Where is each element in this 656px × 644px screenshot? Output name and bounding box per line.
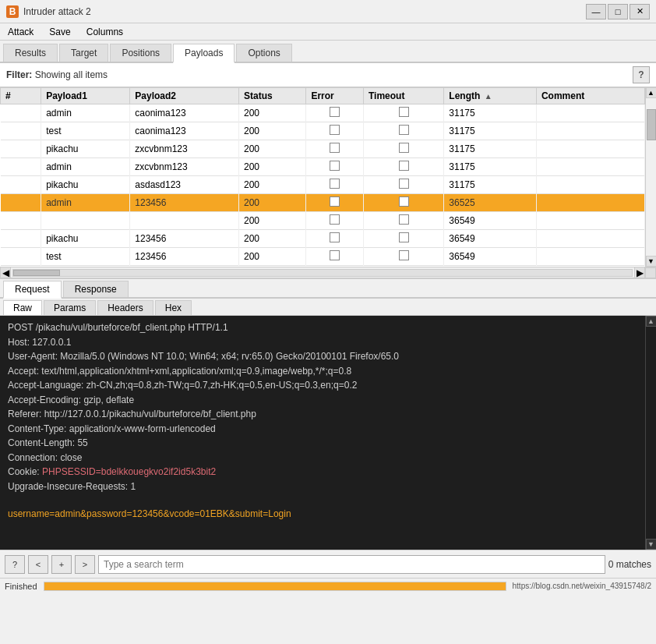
minimize-button[interactable]: — <box>586 4 606 19</box>
cell-num <box>1 140 41 158</box>
checkbox[interactable] <box>330 161 340 171</box>
checkbox[interactable] <box>330 214 340 225</box>
table-row[interactable]: test12345620036549 <box>1 248 645 266</box>
cell-error[interactable] <box>306 230 364 248</box>
cell-num <box>1 122 41 140</box>
h-scroll-thumb[interactable] <box>13 270 60 276</box>
tab-results[interactable]: Results <box>3 44 58 62</box>
cell-error[interactable] <box>306 212 364 230</box>
scroll-up-btn[interactable]: ▲ <box>646 87 657 98</box>
checkbox[interactable] <box>399 232 409 242</box>
vertical-scrollbar[interactable]: ▲ ▼ <box>645 87 656 267</box>
cell-error[interactable] <box>306 104 364 122</box>
cell-status: 200 <box>239 194 306 212</box>
tab-payloads[interactable]: Payloads <box>173 44 235 63</box>
cell-length: 36549 <box>444 212 537 230</box>
cell-error[interactable] <box>306 158 364 176</box>
table-row[interactable]: 20036549 <box>1 212 645 230</box>
add-button[interactable]: + <box>51 555 72 574</box>
cell-timeout[interactable] <box>363 212 443 230</box>
menu-attack[interactable]: Attack <box>3 25 38 39</box>
table-row[interactable]: pikachuzxcvbnm12320031175 <box>1 140 645 158</box>
search-input[interactable] <box>98 555 605 574</box>
cell-timeout[interactable] <box>363 140 443 158</box>
table-row[interactable]: admin12345620036525 <box>1 194 645 212</box>
cell-timeout[interactable] <box>363 158 443 176</box>
cell-error[interactable] <box>306 140 364 158</box>
next-button[interactable]: > <box>75 555 95 574</box>
cell-payload2: asdasd123 <box>130 176 239 194</box>
cell-error[interactable] <box>306 122 364 140</box>
cell-timeout[interactable] <box>363 194 443 212</box>
table-row[interactable]: adminzxcvbnm12320031175 <box>1 158 645 176</box>
table-row[interactable]: testcaonima12320031175 <box>1 122 645 140</box>
cell-length: 36525 <box>444 194 537 212</box>
cell-timeout[interactable] <box>363 122 443 140</box>
checkbox[interactable] <box>399 196 409 207</box>
tab-options[interactable]: Options <box>236 44 291 62</box>
cell-length: 31175 <box>444 140 537 158</box>
checkbox[interactable] <box>330 196 340 207</box>
cell-comment <box>536 140 644 158</box>
table-row[interactable]: pikachuasdasd12320031175 <box>1 176 645 194</box>
checkbox[interactable] <box>399 161 409 171</box>
corner-spacer <box>645 267 656 278</box>
menu-bar: Attack Save Columns <box>0 23 656 41</box>
prev-button[interactable]: < <box>28 555 48 574</box>
checkbox[interactable] <box>330 107 340 117</box>
checkbox[interactable] <box>399 107 409 117</box>
cell-comment <box>536 230 644 248</box>
table-row[interactable]: admincaonima12320031175 <box>1 104 645 122</box>
scroll-thumb[interactable] <box>647 109 656 140</box>
cell-status: 200 <box>239 140 306 158</box>
cell-timeout[interactable] <box>363 176 443 194</box>
tab-positions[interactable]: Positions <box>110 44 171 62</box>
menu-columns[interactable]: Columns <box>82 25 128 39</box>
req-scroll-down-btn[interactable]: ▼ <box>646 539 657 550</box>
cell-payload1: admin <box>41 104 130 122</box>
checkbox[interactable] <box>330 232 340 242</box>
cell-error[interactable] <box>306 248 364 266</box>
checkbox[interactable] <box>399 179 409 189</box>
cell-error[interactable] <box>306 176 364 194</box>
cell-length: 36549 <box>444 248 537 266</box>
maximize-button[interactable]: □ <box>608 4 628 19</box>
sub-tab-params[interactable]: Params <box>44 300 96 315</box>
req-scroll-up-btn[interactable]: ▲ <box>646 316 657 327</box>
scroll-right-btn[interactable]: ▶ <box>634 267 645 279</box>
checkbox[interactable] <box>330 125 340 135</box>
cell-comment <box>536 212 644 230</box>
checkbox[interactable] <box>330 143 340 153</box>
cell-timeout[interactable] <box>363 248 443 266</box>
h-scroll-track[interactable] <box>12 269 633 277</box>
results-table: # Payload1 Payload2 Status Error Timeout… <box>0 87 645 266</box>
cell-error[interactable] <box>306 194 364 212</box>
sub-tab-raw[interactable]: Raw <box>3 300 42 315</box>
horizontal-scrollbar[interactable]: ◀ ▶ <box>0 267 656 278</box>
checkbox[interactable] <box>399 250 409 260</box>
sub-tab-hex[interactable]: Hex <box>155 300 192 315</box>
sub-tab-headers[interactable]: Headers <box>97 300 153 315</box>
table-row[interactable]: pikachu12345620036549 <box>1 230 645 248</box>
cell-timeout[interactable] <box>363 104 443 122</box>
cell-timeout[interactable] <box>363 230 443 248</box>
help-icon-button[interactable]: ? <box>5 555 25 574</box>
status-progress-bar <box>44 582 506 591</box>
filter-help-button[interactable]: ? <box>633 66 650 83</box>
checkbox[interactable] <box>330 179 340 189</box>
filter-text: Filter: Showing all items <box>6 69 628 80</box>
checkbox[interactable] <box>399 214 409 225</box>
checkbox[interactable] <box>399 125 409 135</box>
checkbox[interactable] <box>330 250 340 260</box>
cell-num <box>1 194 41 212</box>
scroll-down-btn[interactable]: ▼ <box>646 256 657 267</box>
tab-response[interactable]: Response <box>63 281 129 297</box>
checkbox[interactable] <box>399 143 409 153</box>
cell-length: 31175 <box>444 122 537 140</box>
scroll-left-btn[interactable]: ◀ <box>0 267 11 279</box>
close-button[interactable]: ✕ <box>630 4 650 19</box>
tab-target[interactable]: Target <box>59 44 108 62</box>
menu-save[interactable]: Save <box>44 25 75 39</box>
tab-request[interactable]: Request <box>3 281 62 299</box>
request-vertical-scrollbar[interactable]: ▲ ▼ <box>645 316 656 550</box>
